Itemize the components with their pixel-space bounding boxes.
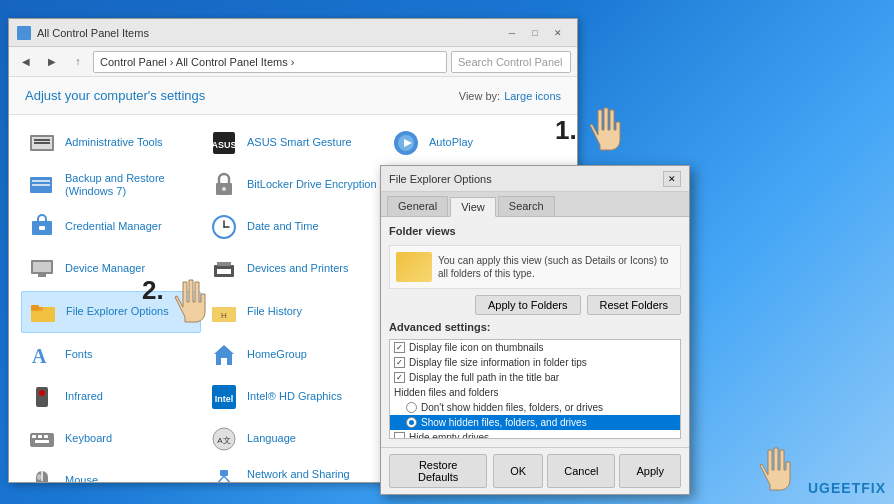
list-item[interactable]: HomeGroup [203, 335, 383, 375]
credential-icon [27, 212, 57, 242]
folder-views-text: You can apply this view (such as Details… [438, 254, 674, 280]
restore-defaults-button[interactable]: Restore Defaults [389, 454, 487, 488]
svg-rect-26 [217, 269, 231, 274]
list-item[interactable]: ASUS ASUS Smart Gesture [203, 123, 383, 163]
reset-folders-button[interactable]: Reset Folders [587, 295, 681, 315]
svg-text:H: H [221, 311, 227, 320]
bitlocker-icon [209, 170, 239, 200]
apply-to-folders-button[interactable]: Apply to Folders [475, 295, 580, 315]
maximize-button[interactable]: □ [524, 24, 546, 42]
up-button[interactable]: ↑ [67, 51, 89, 73]
checkbox-filesize[interactable]: ✓ [394, 357, 405, 368]
svg-line-66 [216, 476, 224, 482]
list-item[interactable]: AutoPlay [385, 123, 565, 163]
tab-search[interactable]: Search [498, 196, 555, 216]
svg-rect-24 [38, 274, 46, 277]
svg-rect-23 [33, 262, 51, 272]
autoplay-icon [391, 128, 421, 158]
list-item[interactable]: ✓ Display the full path in the title bar [390, 370, 680, 385]
svg-rect-16 [39, 226, 45, 230]
language-icon: A文 [209, 424, 239, 454]
list-item[interactable]: Network and Sharing Center [203, 461, 383, 482]
feo-title: File Explorer Options [389, 173, 663, 185]
address-bar[interactable]: Control Panel › All Control Panel Items … [93, 51, 447, 73]
radio-show-hidden-label: Show hidden files, folders, and drives [421, 417, 587, 428]
feo-titlebar: File Explorer Options ✕ [381, 166, 689, 192]
svg-rect-54 [38, 435, 42, 438]
minimize-button[interactable]: ─ [501, 24, 523, 42]
tab-general[interactable]: General [387, 196, 448, 216]
search-placeholder: Search Control Panel [458, 56, 563, 68]
list-item[interactable]: A Fonts [21, 335, 201, 375]
list-item[interactable]: Hide empty drives [390, 430, 680, 439]
list-item[interactable]: A文 Language [203, 419, 383, 459]
file-explorer-icon [28, 297, 58, 327]
apply-button[interactable]: Apply [619, 454, 681, 488]
keyboard-label: Keyboard [65, 432, 112, 445]
viewby-value[interactable]: Large icons [504, 90, 561, 102]
mouse-label: Mouse [65, 474, 98, 482]
checkbox-thumbnails-label: Display file icon on thumbnails [409, 342, 544, 353]
device-manager-icon [27, 254, 57, 284]
list-item[interactable]: H File History [203, 291, 383, 333]
svg-rect-63 [220, 470, 228, 476]
svg-rect-42 [221, 358, 227, 365]
svg-rect-3 [34, 142, 50, 144]
infrared-icon [27, 382, 57, 412]
watermark: UGEETFIX [808, 480, 886, 496]
feo-tabs: General View Search [381, 192, 689, 217]
radio-dont-show-label: Don't show hidden files, folders, or dri… [421, 402, 603, 413]
list-item[interactable]: Backup and Restore (Windows 7) [21, 165, 201, 205]
radio-dont-show[interactable] [406, 402, 417, 413]
device-manager-label: Device Manager [65, 262, 145, 275]
list-item[interactable]: Credential Manager [21, 207, 201, 247]
checkbox-thumbnails[interactable]: ✓ [394, 342, 405, 353]
list-item[interactable]: Keyboard [21, 419, 201, 459]
forward-button[interactable]: ▶ [41, 51, 63, 73]
list-item[interactable]: Devices and Printers [203, 249, 383, 289]
network-label: Network and Sharing Center [247, 468, 377, 482]
feo-body: Folder views You can apply this view (su… [381, 217, 689, 447]
cp-titlebar: All Control Panel Items ─ □ ✕ [9, 19, 577, 47]
cp-window-icon [17, 26, 31, 40]
list-item[interactable]: Don't show hidden files, folders, or dri… [390, 400, 680, 415]
bitlocker-label: BitLocker Drive Encryption [247, 178, 377, 191]
step1-label: 1. [555, 115, 577, 146]
checkbox-empty-drives-label: Hide empty drives [409, 432, 489, 439]
checkbox-empty-drives[interactable] [394, 432, 405, 439]
list-item[interactable]: Infrared [21, 377, 201, 417]
svg-point-46 [39, 390, 45, 396]
list-item[interactable]: Date and Time [203, 207, 383, 247]
list-item[interactable]: ✓ Display file size information in folde… [390, 355, 680, 370]
admin-tools-icon [27, 128, 57, 158]
folder-icon [396, 252, 432, 282]
list-item[interactable]: Mouse [21, 461, 201, 482]
cancel-button[interactable]: Cancel [547, 454, 615, 488]
homegroup-label: HomeGroup [247, 348, 307, 361]
window-controls: ─ □ ✕ [501, 24, 569, 42]
feo-close-button[interactable]: ✕ [663, 171, 681, 187]
admin-tools-label: Administrative Tools [65, 136, 163, 149]
svg-rect-2 [34, 139, 50, 141]
asus-icon: ASUS [209, 128, 239, 158]
list-item[interactable]: BitLocker Drive Encryption [203, 165, 383, 205]
list-item[interactable]: ✓ Display file icon on thumbnails [390, 340, 680, 355]
list-item[interactable]: Administrative Tools [21, 123, 201, 163]
ok-cancel-apply-buttons: OK Cancel Apply [493, 454, 681, 488]
ok-button[interactable]: OK [493, 454, 543, 488]
step2-cursor [165, 272, 215, 331]
feo-bottom-buttons: Restore Defaults OK Cancel Apply [381, 447, 689, 494]
hidden-files-section: Hidden files and folders [390, 385, 680, 400]
devices-printers-label: Devices and Printers [247, 262, 349, 275]
tab-view[interactable]: View [450, 197, 496, 217]
checkbox-fullpath[interactable]: ✓ [394, 372, 405, 383]
back-button[interactable]: ◀ [15, 51, 37, 73]
svg-point-62 [37, 474, 41, 480]
search-bar[interactable]: Search Control Panel [451, 51, 571, 73]
radio-show-hidden[interactable] [406, 417, 417, 428]
list-item[interactable]: Show hidden files, folders, and drives [390, 415, 680, 430]
folder-view-section: You can apply this view (such as Details… [389, 245, 681, 289]
close-button[interactable]: ✕ [547, 24, 569, 42]
list-item[interactable]: Intel Intel® HD Graphics [203, 377, 383, 417]
svg-text:ASUS: ASUS [211, 140, 236, 150]
